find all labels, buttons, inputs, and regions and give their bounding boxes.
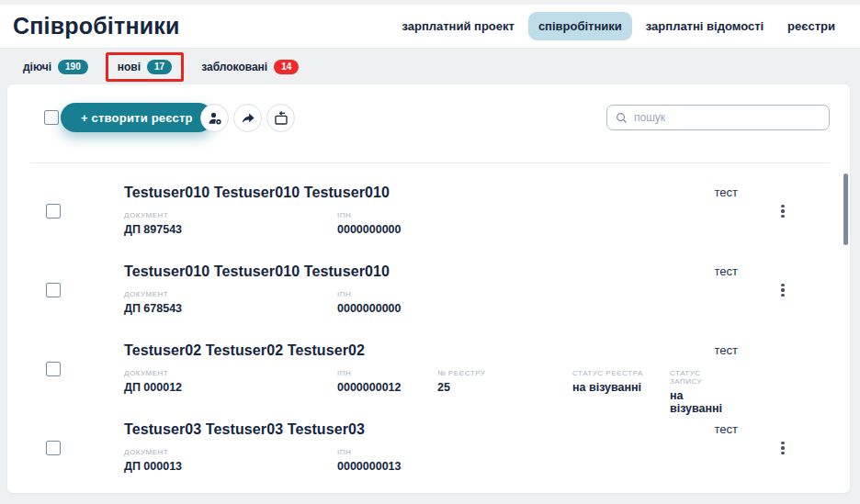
nav-item-0[interactable]: зарплатний проект xyxy=(391,12,524,40)
search-box xyxy=(606,105,830,130)
top-nav: зарплатний проектспівробітникизарплатні … xyxy=(391,12,845,40)
filter-count-badge: 14 xyxy=(274,60,299,74)
filter-tab-label: заблоковані xyxy=(201,61,267,73)
field-документ: ДОКУМЕНТДП 678543 xyxy=(124,290,337,315)
employee-name: Testuser03 Testuser03 Testuser03 xyxy=(124,421,715,438)
field-label: ІПН xyxy=(337,448,428,456)
filter-tab-label: діючі xyxy=(23,61,51,73)
toolbar: + створити реєстр xyxy=(7,84,850,163)
field-value: ДП 678543 xyxy=(124,302,328,315)
employee-name: Testuser010 Testuser010 Testuser010 xyxy=(124,263,715,280)
forward-icon xyxy=(240,110,256,127)
employee-row: Testuser03 Testuser03 Testuser03тестДОКУ… xyxy=(7,400,850,479)
row-head: Testuser010 Testuser010 Testuser010тест xyxy=(124,185,738,201)
field-value: 0000000000 xyxy=(337,223,428,236)
employees-card: + створити реєстр xyxy=(7,84,850,493)
field-іпн: ІПН0000000000 xyxy=(337,211,437,236)
field-value: 0000000013 xyxy=(337,460,428,473)
filter-tab-2[interactable]: заблоковані14 xyxy=(189,52,311,82)
employee-name: Testuser02 Testuser02 Testuser02 xyxy=(124,342,715,359)
field-value: 0000000012 xyxy=(337,381,428,394)
employee-row: Testuser02 Testuser02 Testuser02тестДОКУ… xyxy=(7,321,850,400)
user-settings-icon xyxy=(207,110,223,127)
field-label: ІПН xyxy=(337,369,428,377)
employee-tag: тест xyxy=(715,342,739,357)
filter-tab-0[interactable]: діючі190 xyxy=(11,52,100,82)
employee-row: Testuser010 Testuser010 Testuser010тестД… xyxy=(7,242,850,321)
row-menu-button[interactable] xyxy=(773,437,793,459)
header: Співробітники зарплатний проектспівробіт… xyxy=(0,5,860,49)
field-value: ДП 000012 xyxy=(124,381,328,394)
filter-count-badge: 190 xyxy=(58,60,88,74)
field-value: ДП 897543 xyxy=(124,223,328,236)
nav-item-3[interactable]: реєстри xyxy=(777,12,845,40)
field-label: СТАТУС ЗАПИСУ xyxy=(670,369,729,386)
field-документ: ДОКУМЕНТДП 000013 xyxy=(124,448,337,473)
field-value: на візуванні xyxy=(572,381,661,394)
vertical-scrollbar-thumb[interactable] xyxy=(843,174,848,245)
field-label: ДОКУМЕНТ xyxy=(124,211,328,219)
row-head: Testuser010 Testuser010 Testuser010тест xyxy=(124,263,738,280)
employee-name: Testuser010 Testuser010 Testuser010 xyxy=(124,185,715,201)
row-checkbox[interactable] xyxy=(46,283,61,297)
row-head: Testuser02 Testuser02 Testuser02тест xyxy=(124,342,738,359)
field-label: СТАТУС РЕЄСТРА xyxy=(572,369,661,377)
field-іпн: ІПН0000000000 xyxy=(337,290,437,315)
nav-item-2[interactable]: зарплатні відомості xyxy=(636,12,774,40)
field-value: 25 xyxy=(437,381,563,394)
field-документ: ДОКУМЕНТДП 897543 xyxy=(124,211,337,236)
row-main: Testuser03 Testuser03 Testuser03тестДОКУ… xyxy=(124,400,738,473)
user-settings-button[interactable] xyxy=(200,104,229,132)
import-icon xyxy=(273,110,289,127)
field-іпн: ІПН0000000013 xyxy=(337,448,437,473)
row-fields: ДОКУМЕНТДП 678543ІПН0000000000 xyxy=(124,290,738,315)
field-label: ІПН xyxy=(337,290,428,298)
row-checkbox[interactable] xyxy=(46,204,61,218)
filter-count-badge: 17 xyxy=(147,60,172,74)
field-label: № РЕЄСТРУ xyxy=(437,369,563,377)
row-fields: ДОКУМЕНТДП 897543ІПН0000000000 xyxy=(124,211,738,236)
select-all-checkbox[interactable] xyxy=(44,110,59,125)
row-checkbox[interactable] xyxy=(46,441,61,455)
row-main: Testuser010 Testuser010 Testuser010тестД… xyxy=(124,163,738,236)
filter-tab-1-annotated[interactable]: нові17 xyxy=(106,52,184,82)
employee-tag: тест xyxy=(715,263,739,278)
create-register-button[interactable]: + створити реєстр xyxy=(61,103,213,132)
import-button[interactable] xyxy=(266,104,295,132)
row-menu-button[interactable] xyxy=(773,279,793,301)
employee-row: Testuser010 Testuser010 Testuser010тестД… xyxy=(7,163,850,242)
field-label: ДОКУМЕНТ xyxy=(124,290,328,298)
filter-strip: діючі190нові17заблоковані14 xyxy=(0,49,860,84)
employee-list: Testuser010 Testuser010 Testuser010тестД… xyxy=(7,163,850,479)
search-icon xyxy=(615,111,628,125)
search-input[interactable] xyxy=(634,111,821,124)
forward-button[interactable] xyxy=(233,104,262,132)
nav-item-1[interactable]: співробітники xyxy=(528,12,632,40)
field-value: 0000000000 xyxy=(337,302,428,315)
employee-tag: тест xyxy=(715,185,739,199)
row-fields: ДОКУМЕНТДП 000013ІПН0000000013 xyxy=(124,448,738,473)
employee-tag: тест xyxy=(715,421,739,436)
page-title: Співробітники xyxy=(13,13,180,39)
filter-tab-label: нові xyxy=(118,61,141,73)
field-label: ІПН xyxy=(337,211,428,219)
row-main: Testuser010 Testuser010 Testuser010тестД… xyxy=(124,242,738,315)
row-head: Testuser03 Testuser03 Testuser03тест xyxy=(124,421,738,438)
field-label: ДОКУМЕНТ xyxy=(124,369,328,377)
field-value: ДП 000013 xyxy=(124,460,328,473)
row-checkbox[interactable] xyxy=(46,362,61,376)
field-label: ДОКУМЕНТ xyxy=(124,448,328,456)
row-menu-button[interactable] xyxy=(773,200,793,222)
